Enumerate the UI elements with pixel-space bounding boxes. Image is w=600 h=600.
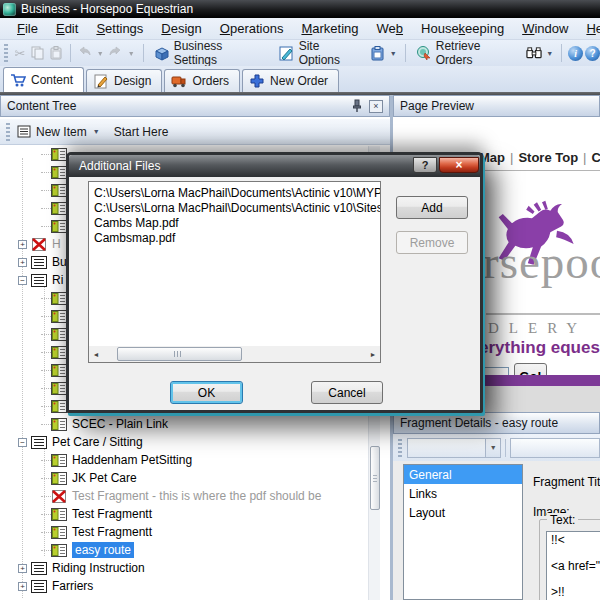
- site-options-button[interactable]: Site Options: [275, 37, 368, 69]
- tab-orders[interactable]: Orders: [164, 69, 240, 92]
- tree-row[interactable]: +Riding Instruction: [0, 559, 360, 577]
- tree-row-label: Bu: [52, 255, 67, 269]
- copy-icon[interactable]: [30, 45, 46, 61]
- tree-row-label: Test Fragmentt: [72, 507, 152, 521]
- tree-row[interactable]: Haddenham PetSitting: [0, 451, 360, 469]
- combo-dropdown-icon[interactable]: ▼: [485, 439, 500, 457]
- tab-content[interactable]: Content: [3, 67, 84, 92]
- file-list-item[interactable]: C:\Users\Lorna MacPhail\Documents\Actini…: [94, 186, 380, 201]
- expand-icon[interactable]: +: [18, 258, 27, 267]
- file-list-item[interactable]: Cambsmap.pdf: [94, 231, 380, 246]
- snippets-icon[interactable]: [370, 45, 386, 61]
- dialog-help-button[interactable]: ?: [413, 157, 437, 173]
- panel-close-icon[interactable]: ×: [369, 100, 383, 113]
- main-toolbar: ▼ ▼ Business Settings Site Options ▼ Ret…: [0, 40, 600, 66]
- fragment-icon: [51, 364, 67, 377]
- redo-icon[interactable]: [108, 45, 124, 61]
- menu-item-edit[interactable]: Edit: [47, 19, 87, 38]
- search-orders-icon[interactable]: [526, 45, 542, 61]
- hscroll-thumb[interactable]: [117, 347, 242, 361]
- tree-row[interactable]: easy route: [0, 541, 360, 559]
- menu-item-marketing[interactable]: Marketing: [292, 19, 367, 38]
- paste-icon[interactable]: [48, 45, 64, 61]
- fragment-combo[interactable]: ▼: [407, 438, 502, 458]
- tree-toolbar: New Item ▼ Start Here: [0, 119, 390, 145]
- tree-row[interactable]: Test Fragmentt: [0, 523, 360, 541]
- hscroll-track[interactable]: [103, 346, 366, 362]
- fragment-combo-2[interactable]: [510, 438, 600, 458]
- tab-label: Design: [114, 74, 151, 88]
- additional-files-list[interactable]: C:\Users\Lorna MacPhail\Documents\Actini…: [88, 181, 381, 363]
- tab-new-order[interactable]: New Order: [242, 69, 339, 92]
- tree-row[interactable]: +Farriers: [0, 577, 360, 595]
- redo-dropdown-icon[interactable]: ▼: [126, 50, 137, 57]
- expand-icon[interactable]: +: [18, 240, 27, 249]
- ok-button[interactable]: OK: [170, 381, 243, 404]
- menu-item-web[interactable]: Web: [368, 19, 413, 38]
- menu-item-design[interactable]: Design: [152, 19, 210, 38]
- new-item-button[interactable]: New Item: [36, 125, 87, 139]
- business-settings-button[interactable]: Business Settings: [150, 37, 273, 69]
- preview-nav: Map|Store Top|C: [479, 150, 600, 165]
- file-list-hscrollbar[interactable]: ◄ ►: [89, 346, 380, 362]
- fragment-icon: [51, 220, 67, 233]
- text-label: Text:: [547, 513, 578, 527]
- menu-item-housekeeping[interactable]: Housekeeping: [412, 19, 513, 38]
- detail-tab-general[interactable]: General: [404, 465, 522, 484]
- nav-link-c[interactable]: C: [591, 150, 600, 165]
- detail-tab-links[interactable]: Links: [404, 484, 522, 503]
- collapse-icon[interactable]: −: [18, 438, 27, 447]
- menu-item-operations[interactable]: Operations: [211, 19, 293, 38]
- expand-icon[interactable]: +: [18, 564, 27, 573]
- menu-item-settings[interactable]: Settings: [87, 19, 152, 38]
- brand-tagline: erything eques: [479, 338, 600, 358]
- tab-label: New Order: [270, 74, 328, 88]
- fragment-text-area[interactable]: !!< <a href="C >!!: [546, 531, 600, 600]
- undo-dropdown-icon[interactable]: ▼: [95, 50, 106, 57]
- toolbar-grip: [4, 44, 8, 62]
- tree-row-label: Farriers: [52, 579, 93, 593]
- info-icon[interactable]: [568, 46, 583, 61]
- tree-connector: [41, 316, 51, 317]
- detail-tab-layout[interactable]: Layout: [404, 503, 522, 522]
- file-list-item[interactable]: Cambs Map.pdf: [94, 216, 380, 231]
- site-options-icon: [279, 45, 295, 61]
- pin-icon[interactable]: [351, 99, 363, 113]
- window-titlebar: Business - Horsepoo Equestrian: [0, 0, 600, 18]
- expand-icon[interactable]: +: [18, 582, 27, 591]
- search-dropdown-icon[interactable]: ▼: [544, 50, 555, 57]
- scroll-right-icon[interactable]: ►: [366, 346, 380, 362]
- fragment-details-title: Fragment Details - easy route: [400, 416, 558, 430]
- tree-row-label: SCEC - Plain Link: [72, 417, 168, 431]
- menu-item-help[interactable]: Help: [577, 19, 600, 38]
- new-item-dropdown-icon[interactable]: ▼: [91, 128, 102, 135]
- menu-item-window[interactable]: Window: [513, 19, 577, 38]
- brand-subtitle: DLERY: [488, 320, 587, 337]
- add-button[interactable]: Add: [396, 196, 468, 219]
- section-icon: [31, 580, 47, 593]
- dialog-close-button[interactable]: ×: [439, 157, 479, 173]
- tree-row[interactable]: Test Fragment - this is where the pdf sh…: [0, 487, 360, 505]
- cancel-button[interactable]: Cancel: [311, 381, 383, 404]
- tree-row[interactable]: Test Fragmentt: [0, 505, 360, 523]
- undo-icon[interactable]: [77, 45, 93, 61]
- business-settings-label: Business Settings: [174, 39, 269, 67]
- tree-connector: [41, 334, 51, 335]
- tab-design[interactable]: Design: [86, 69, 162, 92]
- tree-row[interactable]: JK Pet Care: [0, 469, 360, 487]
- tree-row[interactable]: −Pet Care / Sitting: [0, 433, 360, 451]
- menu-item-file[interactable]: File: [8, 19, 47, 38]
- fragment-icon: [51, 148, 67, 161]
- file-list-item[interactable]: C:\Users\Lorna MacPhail\Documents\Actini…: [94, 201, 380, 216]
- scroll-left-icon[interactable]: ◄: [89, 346, 103, 362]
- retrieve-orders-button[interactable]: Retrieve Orders: [412, 37, 524, 69]
- help-icon[interactable]: [585, 46, 600, 61]
- cut-icon[interactable]: [12, 45, 28, 61]
- tree-scrollbar-thumb[interactable]: [370, 446, 380, 510]
- snippets-dropdown-icon[interactable]: ▼: [388, 50, 399, 57]
- tree-row[interactable]: SCEC - Plain Link: [0, 415, 360, 433]
- start-here-button[interactable]: Start Here: [114, 125, 169, 139]
- nav-link-store-top[interactable]: Store Top: [518, 150, 578, 165]
- collapse-icon[interactable]: −: [18, 276, 27, 285]
- fragment-icon: [51, 454, 67, 467]
